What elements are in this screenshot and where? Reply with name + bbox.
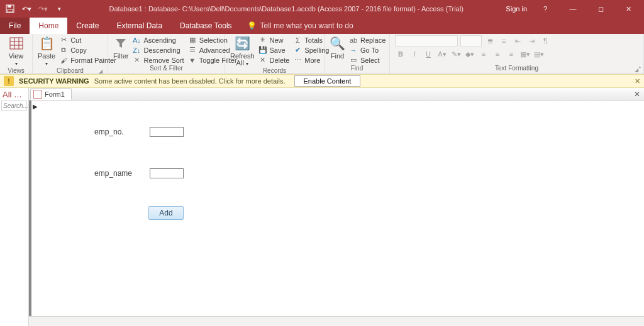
goto-label: Go To	[360, 46, 379, 54]
tab-home[interactable]: Home	[30, 18, 67, 34]
emp-name-input[interactable]	[150, 168, 184, 178]
fill-color-button[interactable]: ◆▾	[464, 49, 475, 59]
sigma-icon: Σ	[293, 36, 302, 44]
underline-button[interactable]: U	[423, 49, 434, 59]
gridlines-button[interactable]: ▦▾	[519, 49, 531, 59]
field-emp-no: emp_no.	[94, 127, 184, 137]
find-button[interactable]: 🔍 Find	[330, 35, 345, 60]
group-find-label: Find	[330, 65, 384, 73]
italic-button[interactable]: I	[409, 49, 420, 59]
copy-icon: ⧉	[59, 46, 68, 54]
form-canvas: ▶ emp_no. emp_name Add	[29, 101, 644, 316]
paste-label: Paste	[38, 52, 55, 60]
totals-button[interactable]: ΣTotals	[293, 35, 329, 45]
goto-button[interactable]: →Go To	[349, 45, 386, 55]
record-selector-icon[interactable]: ▶	[33, 103, 38, 110]
security-close-icon[interactable]: ✕	[635, 77, 640, 85]
help-icon[interactable]: ?	[536, 5, 555, 13]
add-button[interactable]: Add	[148, 206, 184, 220]
close-button[interactable]: ✕	[619, 5, 638, 13]
document-tab-form1[interactable]: Form1	[30, 88, 72, 100]
qat-customize-icon[interactable]: ▾	[52, 2, 67, 16]
align-left-button[interactable]: ≡	[478, 49, 489, 59]
font-name-combo[interactable]	[395, 35, 458, 46]
form-icon	[33, 90, 42, 99]
group-records-label: Records	[230, 67, 319, 75]
find-label: Find	[331, 53, 344, 60]
sort-desc-icon: Z↓	[132, 46, 141, 54]
security-message[interactable]: Some active content has been disabled. C…	[94, 77, 286, 85]
clipboard-dialog-launcher[interactable]: ◢	[99, 68, 103, 74]
new-record-button[interactable]: ✳New	[258, 35, 290, 45]
asc-label: Ascending	[143, 36, 175, 44]
sort-descending-button[interactable]: Z↓Descending	[132, 45, 184, 55]
tab-create[interactable]: Create	[67, 18, 108, 34]
svg-marker-8	[116, 39, 126, 48]
navpane-search[interactable]: Search... 🔍	[1, 101, 27, 111]
collapse-ribbon-icon[interactable]: ˄	[638, 66, 641, 72]
indent-increase-icon[interactable]: ⇥	[526, 36, 537, 46]
filter-button[interactable]: Filter	[113, 35, 128, 60]
align-center-button[interactable]: ≡	[492, 49, 503, 59]
totals-label: Totals	[304, 36, 323, 44]
navpane-search-placeholder: Search...	[3, 102, 28, 109]
numbering-icon[interactable]: ≡	[498, 36, 509, 46]
view-label: View	[9, 52, 24, 60]
sign-in-link[interactable]: Sign in	[506, 5, 527, 13]
minimize-button[interactable]: —	[564, 5, 582, 13]
svg-rect-1	[8, 5, 11, 8]
paste-button[interactable]: 📋 Paste▾	[38, 35, 55, 67]
remove-label: Remove Sort	[143, 57, 184, 64]
navigation-pane: All … Search... 🔍	[0, 88, 29, 326]
horizontal-scrollbar[interactable]	[29, 316, 644, 326]
group-text-label: Text Formatting	[495, 65, 538, 72]
save-label: Save	[270, 46, 286, 54]
more-button[interactable]: ⋯More	[293, 55, 329, 65]
group-clipboard-label: Clipboard	[57, 67, 84, 74]
desc-label: Descending	[143, 46, 180, 54]
more-label: More	[304, 57, 320, 64]
view-button[interactable]: View▾	[5, 35, 27, 67]
redo-icon[interactable]: ↷▾	[35, 2, 50, 16]
goto-icon: →	[349, 46, 358, 54]
navpane-header[interactable]: All …	[0, 88, 28, 99]
security-label: SECURITY WARNING	[19, 77, 89, 85]
emp-no-input[interactable]	[150, 127, 184, 137]
text-direction-icon[interactable]: ¶	[540, 36, 551, 46]
alt-fill-button[interactable]: ▤▾	[533, 49, 545, 59]
tab-external-data[interactable]: External Data	[108, 18, 171, 34]
copy-label: Copy	[70, 46, 87, 54]
tell-me[interactable]: 💡 Tell me what you want to do	[241, 18, 360, 34]
document-close-icon[interactable]: ✕	[634, 90, 640, 99]
highlight-button[interactable]: ✎▾	[450, 49, 462, 59]
bullets-icon[interactable]: ≣	[484, 36, 496, 46]
remove-sort-button[interactable]: ⨯Remove Sort	[132, 55, 184, 65]
replace-button[interactable]: abReplace	[349, 35, 386, 45]
select-button[interactable]: ▭Select	[349, 55, 386, 65]
group-sort-label: Sort & Filter	[113, 65, 219, 73]
workspace: All … Search... 🔍 Form1 ✕ ▶ emp_no. emp_…	[0, 88, 644, 326]
undo-icon[interactable]: ↶▾	[19, 2, 34, 16]
delete-label: Delete	[270, 57, 290, 64]
delete-icon: ✕	[258, 56, 267, 64]
tab-database-tools[interactable]: Database Tools	[171, 18, 241, 34]
spelling-button[interactable]: ✔Spelling	[293, 45, 329, 55]
enable-content-button[interactable]: Enable Content	[294, 75, 361, 87]
tab-file[interactable]: File	[0, 18, 30, 34]
font-size-combo[interactable]	[460, 35, 482, 46]
refresh-all-button[interactable]: 🔄 Refresh All ▾	[230, 35, 255, 67]
svg-rect-2	[8, 9, 13, 12]
datasheet-icon	[9, 35, 23, 52]
maximize-button[interactable]: ◻	[591, 5, 610, 13]
bold-button[interactable]: B	[395, 49, 406, 59]
save-icon[interactable]	[3, 2, 18, 16]
indent-decrease-icon[interactable]: ⇤	[512, 36, 523, 46]
scissors-icon: ✂	[59, 36, 68, 44]
replace-icon: ab	[349, 36, 358, 44]
sort-ascending-button[interactable]: A↓Ascending	[132, 35, 184, 45]
align-right-button[interactable]: ≡	[506, 49, 517, 59]
advanced-icon: ☰	[188, 46, 197, 54]
font-color-button[interactable]: A▾	[436, 49, 448, 59]
save-record-button[interactable]: 💾Save	[258, 45, 290, 55]
delete-record-button[interactable]: ✕Delete	[258, 55, 290, 65]
